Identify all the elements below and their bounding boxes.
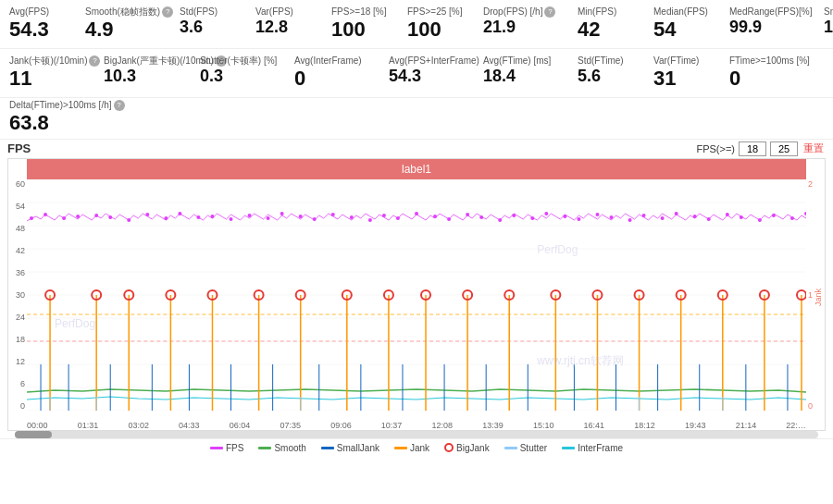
stat-std-ftime: Std(FTime) 5.6 [578,55,642,92]
stat-bigjank: BigJank(严重卡顿)(/10min)? 10.3 [104,55,189,92]
svg-point-33 [368,218,372,222]
stat-value-min-fps: 42 [578,18,642,42]
svg-point-53 [693,215,697,218]
legend-jank-color [394,447,407,449]
svg-point-40 [479,215,483,219]
svg-point-52 [675,212,678,215]
stat-value-bigjank: 10.3 [104,67,189,87]
chart-section: FPS FPS(>=) 重置 label1 60 54 48 42 36 30 … [0,140,833,438]
svg-point-22 [178,212,181,215]
delta-value: 63.8 [9,111,824,135]
stat-label-ftime100: FTime>=100ms [%] [729,55,813,67]
fps-chart-label: FPS [7,141,31,155]
chart-area: label1 60 54 48 42 36 30 24 18 12 6 0 2 … [7,158,826,431]
svg-point-46 [577,217,580,221]
stat-avg-fps-interframe: Avg(FPS+InterFrame) 54.3 [389,55,472,92]
svg-point-13 [30,216,33,220]
stat-ftime100: FTime>=100ms [%] 0 [729,55,813,92]
stat-value-avg-ftime: 18.4 [483,67,566,87]
legend-smooth-color [258,447,271,449]
svg-point-21 [164,216,168,220]
svg-point-54 [707,217,711,221]
legend-fps: FPS [210,443,243,453]
stat-median-fps: Median(FPS) 54 [653,6,718,43]
stat-fps25: FPS>=25 [%] 100 [407,6,472,43]
jank-help-icon[interactable]: ? [89,55,100,67]
stat-var-ftime: Var(FTime) 31 [653,55,718,92]
legend-bigjank-label: BigJank [456,443,490,453]
stat-value-fps25: 100 [407,18,472,42]
svg-point-56 [740,215,743,219]
fps-threshold-1-input[interactable] [739,141,766,156]
stat-label-fps18: FPS>=18 [%] [331,6,396,18]
svg-point-17 [94,214,98,217]
stat-stutter: Stutter(卡顿率) [%] 0.3 [200,55,283,92]
delta-section: Delta(FTime)>100ms [/h]? 63.8 [0,98,833,140]
stat-avg-ftime: Avg(FTime) [ms] 18.4 [483,55,566,92]
legend-jank: Jank [394,443,429,453]
stat-value-fps18: 100 [331,18,396,42]
stat-label-avg-fps-interframe: Avg(FPS+InterFrame) [389,55,472,67]
stat-min-fps: Min(FPS) 42 [578,6,642,43]
stat-value-jank: 11 [9,67,93,91]
svg-text:PerfDog: PerfDog [537,243,578,256]
legend-interframe-label: InterFrame [578,443,623,453]
stat-label-smalljank: SmallJank(微小卡顿)(/10min)? [824,6,833,18]
stat-drop-fps: Drop(FPS) [/h]? 21.9 [483,6,566,43]
legend-interframe-color [562,447,575,449]
stats-row-2: Jank(卡顿)(/10min)? 11 BigJank(严重卡顿)(/10mi… [9,55,824,92]
stat-label-bigjank: BigJank(严重卡顿)(/10min)? [104,55,189,67]
chart-svg: www.rjtj.cn软荐网 PerfDog PerfDog [27,179,806,411]
stat-medrange-fps: MedRange(FPS)[%] 99.9 [729,6,813,43]
delta-help-icon[interactable]: ? [114,100,125,111]
stat-value-var-fps: 12.8 [255,18,320,38]
stat-value-smooth: 4.9 [85,18,168,42]
svg-point-28 [280,212,284,215]
svg-point-24 [210,215,214,218]
svg-point-23 [196,215,200,219]
stats-section-row2: Jank(卡顿)(/10min)? 11 BigJank(严重卡顿)(/10mi… [0,49,833,98]
stat-label-medrange-fps: MedRange(FPS)[%] [729,6,813,18]
legend-jank-label: Jank [410,443,429,453]
jank-axis-label: Jank [814,289,823,306]
svg-point-30 [313,217,317,221]
x-axis: 00:00 01:31 03:02 04:33 06:04 07:35 09:0… [27,421,806,430]
stat-value-avg-fps: 54.3 [9,18,74,42]
watermark: www.rjtj.cn软荐网 [536,354,623,367]
legend-stutter-color [504,447,517,449]
stat-label-std-fps: Std(FPS) [180,6,244,18]
stat-value-stutter: 0.3 [200,67,283,87]
svg-point-25 [230,217,233,221]
legend-bigjank-color [444,443,454,452]
stat-fps18: FPS>=18 [%] 100 [331,6,396,43]
svg-point-47 [595,213,599,216]
legend-smalljank: SmallJank [321,443,379,453]
delta-label: Delta(FTime)>100ms [/h]? [9,100,824,111]
chart-label-bar: label1 [27,159,806,179]
stat-label-median-fps: Median(FPS) [653,6,718,18]
stat-value-var-ftime: 31 [653,67,718,91]
stat-value-smalljank: 18.9 [824,18,833,38]
scrollbar-thumb[interactable] [15,431,52,438]
stat-label-avg-ftime: Avg(FTime) [ms] [483,55,566,67]
svg-point-50 [642,214,646,217]
svg-point-18 [108,215,112,219]
svg-point-27 [267,216,270,220]
svg-point-15 [62,216,66,220]
legend-fps-color [210,447,223,449]
svg-point-32 [350,215,354,219]
svg-point-58 [772,214,776,217]
stat-var-fps: Var(FPS) 12.8 [255,6,320,43]
reset-button[interactable]: 重置 [802,141,826,155]
drop-fps-help-icon[interactable]: ? [544,6,555,18]
stat-value-avg-fps-interframe: 54.3 [389,67,472,87]
svg-point-26 [248,214,252,217]
smooth-help-icon[interactable]: ? [162,6,173,18]
fps-threshold-2-input[interactable] [770,141,798,156]
stat-label-min-fps: Min(FPS) [578,6,642,18]
scrollbar-track[interactable] [15,431,818,438]
legend-bigjank: BigJank [444,443,490,453]
stat-label-smooth: Smooth(稳帧指数)? [85,6,168,18]
stat-value-std-fps: 3.6 [180,18,244,38]
svg-point-60 [804,212,806,215]
